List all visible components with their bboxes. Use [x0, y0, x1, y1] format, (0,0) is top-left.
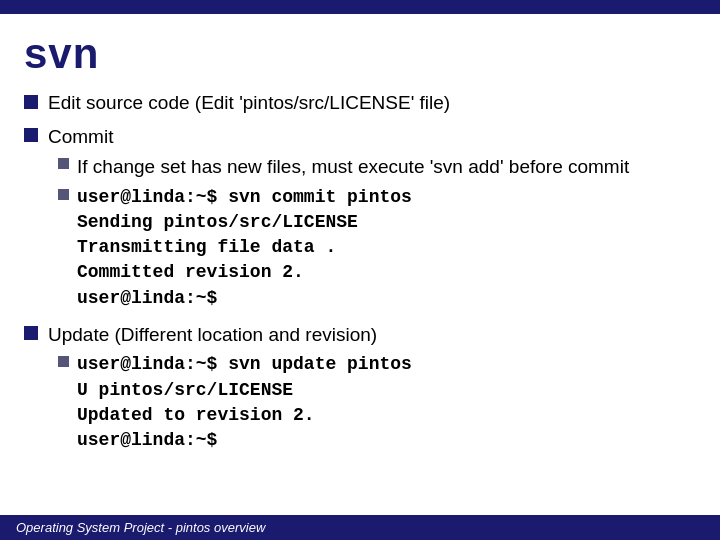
- sub-item-2-1: If change set has new files, must execut…: [58, 154, 629, 181]
- sub-list-3: user@linda:~$ svn update pintos U pintos…: [58, 352, 412, 453]
- code-line-2-3: Committed revision 2.: [77, 262, 304, 282]
- sub-text-2-1: If change set has new files, must execut…: [77, 154, 629, 181]
- bullet-item-3: Update (Different location and revision)…: [24, 321, 696, 457]
- code-line-3-3: user@linda:~$: [77, 430, 217, 450]
- sub-list-2: If change set has new files, must execut…: [58, 154, 629, 311]
- bullet-item-1: Edit source code (Edit 'pintos/src/LICEN…: [24, 90, 696, 117]
- code-block-2: user@linda:~$ svn commit pintos Sending …: [77, 185, 412, 311]
- bullet-item-2: Commit If change set has new files, must…: [24, 123, 696, 315]
- bullet-square-2: [24, 128, 38, 142]
- header-bar: [0, 0, 720, 14]
- bullet-text-3: Update (Different location and revision): [48, 324, 377, 345]
- bullet-square-1: [24, 95, 38, 109]
- code-block-3: user@linda:~$ svn update pintos U pintos…: [77, 352, 412, 453]
- code-line-2-4: user@linda:~$: [77, 288, 217, 308]
- slide-title: svn: [24, 30, 696, 78]
- sub-bullet-2-1: [58, 158, 69, 169]
- slide: svn Edit source code (Edit 'pintos/src/L…: [0, 0, 720, 540]
- content-area: svn Edit source code (Edit 'pintos/src/L…: [0, 14, 720, 515]
- bullet-3-content: Update (Different location and revision)…: [48, 321, 412, 457]
- bullet-square-3: [24, 326, 38, 340]
- bullet-text-2: Commit: [48, 126, 113, 147]
- code-line-2-1: Sending pintos/src/LICENSE: [77, 212, 358, 232]
- footer-text: Operating System Project - pintos overvi…: [16, 520, 265, 535]
- code-line-3-1: U pintos/src/LICENSE: [77, 380, 293, 400]
- sub-item-3-1: user@linda:~$ svn update pintos U pintos…: [58, 352, 412, 453]
- bullet-text-1: Edit source code (Edit 'pintos/src/LICEN…: [48, 90, 450, 117]
- main-bullet-list: Edit source code (Edit 'pintos/src/LICEN…: [24, 90, 696, 463]
- bullet-2-content: Commit If change set has new files, must…: [48, 123, 629, 315]
- code-line-2-0: user@linda:~$ svn commit pintos: [77, 187, 412, 207]
- sub-item-2-2: user@linda:~$ svn commit pintos Sending …: [58, 185, 629, 311]
- sub-bullet-3-1: [58, 356, 69, 367]
- sub-bullet-2-2: [58, 189, 69, 200]
- code-line-2-2: Transmitting file data .: [77, 237, 336, 257]
- code-line-3-2: Updated to revision 2.: [77, 405, 315, 425]
- code-line-3-0: user@linda:~$ svn update pintos: [77, 354, 412, 374]
- footer-bar: Operating System Project - pintos overvi…: [0, 515, 720, 540]
